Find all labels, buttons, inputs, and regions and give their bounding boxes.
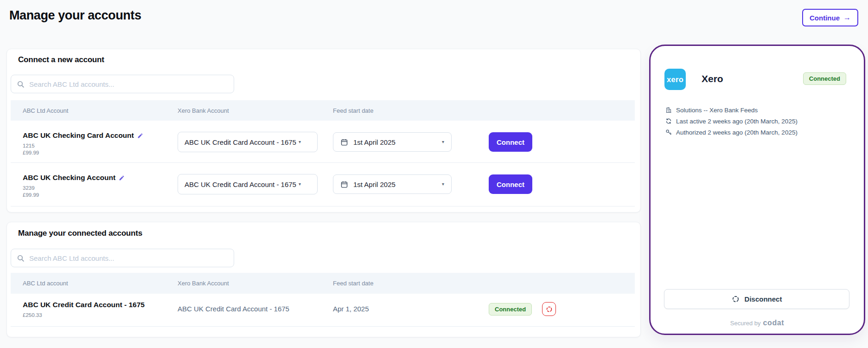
account-balance: £250.33 xyxy=(23,312,145,318)
account-name: ABC UK Credit Card Account - 1675 xyxy=(23,301,145,309)
integration-name: Xero xyxy=(702,73,723,84)
feed-start-date-picker[interactable]: 1st April 2025 ▾ xyxy=(333,174,452,194)
caret-down-icon: ▾ xyxy=(299,182,301,187)
manage-accounts-page: Manage your accounts Continue → Connect … xyxy=(0,0,868,348)
detail-authorized: Authorized 2 weeks ago (20th March, 2025… xyxy=(665,127,798,138)
column-header-feed-start-date: Feed start date xyxy=(333,280,373,287)
connect-search-input[interactable] xyxy=(29,80,228,88)
secured-by-label: Secured by xyxy=(730,320,761,327)
account-balance: £99.99 xyxy=(23,192,125,198)
connect-button[interactable]: Connect xyxy=(489,132,532,152)
xero-account-select[interactable]: ABC UK Credit Card Account - 1675 ▾ xyxy=(178,174,318,194)
detail-text: Authorized 2 weeks ago (20th March, 2025… xyxy=(676,129,798,136)
feed-start-date-value: 1st April 2025 xyxy=(353,138,396,146)
manage-table-header: ABC Ltd account Xero Bank Account Feed s… xyxy=(11,273,635,294)
xero-account-selected-value: ABC UK Credit Card Account - 1675 xyxy=(185,138,296,146)
manage-section-heading: Manage your connected accounts xyxy=(18,229,142,238)
column-header-feed-start-date: Feed start date xyxy=(333,107,373,114)
connect-table-header: ABC Ltd Account Xero Bank Account Feed s… xyxy=(11,100,635,121)
search-icon xyxy=(17,254,25,262)
account-cell: ABC UK Checking Card Account 1215 £99.99 xyxy=(23,131,143,155)
account-name: ABC UK Checking Card Account xyxy=(23,131,134,140)
xero-account-selected-value: ABC UK Credit Card Account - 1675 xyxy=(185,180,296,188)
manage-search-box[interactable] xyxy=(11,249,234,267)
table-row: ABC UK Credit Card Account - 1675 £250.3… xyxy=(11,294,635,327)
integration-panel: xero Xero Connected Solutions -- Xero Ba… xyxy=(649,45,865,335)
caret-down-icon: ▾ xyxy=(442,182,444,187)
secured-by: Secured bycodat xyxy=(651,319,864,327)
continue-label: Continue xyxy=(810,14,840,22)
feed-start-date-cell: Apr 1, 2025 xyxy=(333,305,369,313)
column-header-abc-ltd-account: ABC Ltd account xyxy=(23,280,68,287)
disconnect-label: Disconnect xyxy=(745,295,782,303)
sync-icon xyxy=(665,118,672,124)
table-row: ABC UK Checking Account 3239 £99.99 ABC … xyxy=(11,163,635,206)
detail-last-active: Last active 2 weeks ago (20th March, 202… xyxy=(665,116,798,127)
connect-button[interactable]: Connect xyxy=(489,174,532,194)
page-title: Manage your accounts xyxy=(9,8,141,23)
codat-logo: codat xyxy=(763,319,785,327)
search-icon xyxy=(17,80,25,88)
column-header-xero-bank-account: Xero Bank Account xyxy=(178,280,229,287)
detail-text: Solutions -- Xero Bank Feeds xyxy=(676,107,758,114)
column-header-abc-ltd-account: ABC Ltd Account xyxy=(23,107,68,114)
broken-link-icon xyxy=(732,295,740,303)
connect-section-heading: Connect a new account xyxy=(18,55,104,64)
edit-pencil-icon[interactable] xyxy=(119,175,125,181)
account-cell: ABC UK Checking Account 3239 £99.99 xyxy=(23,174,125,198)
continue-button[interactable]: Continue → xyxy=(802,9,858,26)
disconnect-feed-button[interactable] xyxy=(542,302,556,316)
account-name: ABC UK Checking Account xyxy=(23,174,115,182)
column-header-xero-bank-account: Xero Bank Account xyxy=(178,107,229,114)
status-badge: Connected xyxy=(489,303,532,316)
account-balance: £99.99 xyxy=(23,150,143,155)
connect-new-account-card: Connect a new account ABC Ltd Account Xe… xyxy=(6,49,641,213)
connect-search-box[interactable] xyxy=(11,75,234,93)
feed-start-date-picker[interactable]: 1st April 2025 ▾ xyxy=(333,132,452,152)
caret-down-icon: ▾ xyxy=(299,140,301,144)
connected-accounts-card: Manage your connected accounts ABC Ltd a… xyxy=(6,222,641,337)
account-cell: ABC UK Credit Card Account - 1675 £250.3… xyxy=(23,301,145,318)
edit-pencil-icon[interactable] xyxy=(137,133,143,139)
key-icon xyxy=(665,129,672,135)
status-badge: Connected xyxy=(803,72,846,85)
broken-link-icon xyxy=(546,306,553,313)
calendar-icon xyxy=(340,180,348,188)
caret-down-icon: ▾ xyxy=(442,140,444,144)
account-number: 3239 xyxy=(23,185,125,191)
feed-start-date-value: 1st April 2025 xyxy=(353,180,396,188)
disconnect-button[interactable]: Disconnect xyxy=(664,289,849,309)
xero-logo: xero xyxy=(664,69,686,90)
xero-account-cell: ABC UK Credit Card Account - 1675 xyxy=(178,305,289,313)
xero-logo-text: xero xyxy=(667,75,683,84)
account-number: 1215 xyxy=(23,143,143,148)
building-icon xyxy=(665,107,672,113)
manage-search-input[interactable] xyxy=(29,254,228,262)
arrow-right-icon: → xyxy=(843,13,851,22)
detail-text: Last active 2 weeks ago (20th March, 202… xyxy=(676,118,798,125)
calendar-icon xyxy=(340,138,348,146)
integration-details: Solutions -- Xero Bank Feeds Last active… xyxy=(665,104,798,138)
detail-solutions: Solutions -- Xero Bank Feeds xyxy=(665,104,798,116)
xero-account-select[interactable]: ABC UK Credit Card Account - 1675 ▾ xyxy=(178,132,318,152)
table-row: ABC UK Checking Card Account 1215 £99.99… xyxy=(11,121,635,163)
